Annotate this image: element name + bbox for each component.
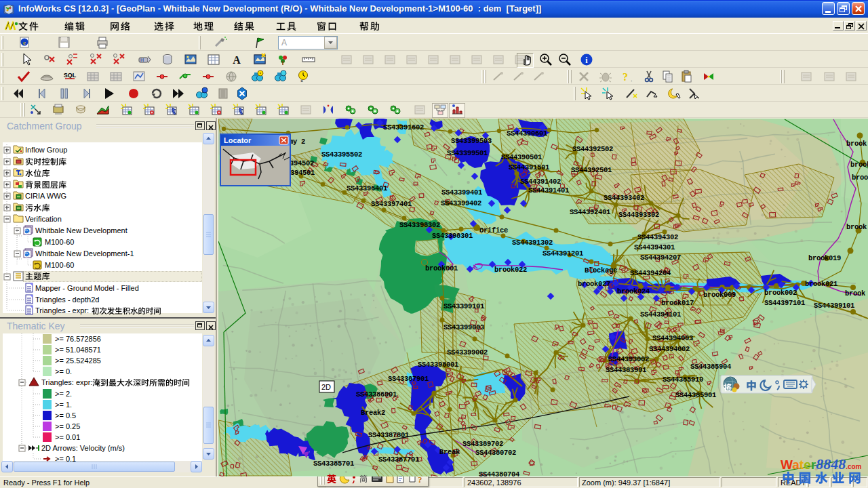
svg-text:SQL: SQL bbox=[64, 72, 77, 79]
svg-text:SS43386901: SS43386901 bbox=[356, 390, 397, 399]
svg-text:brook022: brook022 bbox=[494, 266, 527, 274]
svg-text:my 2: my 2 bbox=[289, 138, 305, 146]
svg-text:SS44391401: SS44391401 bbox=[528, 186, 569, 195]
svg-text:brook024: brook024 bbox=[617, 287, 650, 296]
svg-text:H: H bbox=[140, 58, 144, 62]
svg-text:SS43387801: SS43387801 bbox=[368, 431, 409, 439]
svg-text:SS44385910: SS44385910 bbox=[663, 375, 703, 384]
svg-text:SS44392401: SS44392401 bbox=[570, 208, 610, 216]
svg-text:brook: brook bbox=[846, 223, 867, 231]
svg-text:SS44393302: SS44393302 bbox=[618, 211, 659, 219]
svg-text:SS44390601: SS44390601 bbox=[507, 129, 547, 138]
svg-text:brook: brook bbox=[850, 161, 868, 169]
svg-text:SS44394101: SS44394101 bbox=[640, 310, 681, 319]
svg-text:A: A bbox=[233, 54, 241, 66]
svg-text:×: × bbox=[300, 79, 303, 83]
svg-text:Break2: Break2 bbox=[361, 409, 385, 417]
svg-text:SS43397401: SS43397401 bbox=[371, 200, 412, 208]
svg-text:brook002: brook002 bbox=[764, 289, 797, 297]
svg-text:SS44392502: SS44392502 bbox=[572, 145, 613, 153]
svg-text:394501: 394501 bbox=[290, 169, 315, 177]
svg-text:394502: 394502 bbox=[290, 159, 314, 167]
svg-text:SS44399101: SS44399101 bbox=[814, 302, 854, 310]
svg-text:SS44394002: SS44394002 bbox=[649, 345, 690, 353]
svg-text:SS43395502: SS43395502 bbox=[321, 150, 362, 159]
svg-text:SS43391602: SS43391602 bbox=[383, 123, 424, 131]
svg-text:SS43387701: SS43387701 bbox=[378, 455, 419, 464]
svg-text:SS44392501: SS44392501 bbox=[571, 166, 612, 174]
svg-text:SS43399501: SS43399501 bbox=[447, 149, 488, 157]
svg-text:SS43398001: SS43398001 bbox=[418, 361, 458, 369]
svg-text:SS43398302: SS43398302 bbox=[399, 221, 440, 229]
svg-text:SS44393002: SS44393002 bbox=[608, 355, 649, 363]
svg-text:SS43399003: SS43399003 bbox=[443, 323, 484, 331]
svg-text:SS44391402: SS44391402 bbox=[520, 178, 561, 186]
svg-text:SS44391201: SS44391201 bbox=[542, 249, 583, 258]
svg-text:SS44391302: SS44391302 bbox=[512, 239, 553, 247]
svg-text:brook009: brook009 bbox=[703, 291, 736, 299]
svg-text:?: ? bbox=[623, 71, 628, 83]
svg-text:broo: broo bbox=[852, 174, 868, 182]
svg-text:SS44393402: SS44393402 bbox=[604, 194, 644, 202]
svg-text:SS44394204: SS44394204 bbox=[630, 269, 671, 277]
svg-text:SS43396401: SS43396401 bbox=[347, 184, 387, 192]
svg-text:SS44380704: SS44380704 bbox=[479, 470, 519, 476]
svg-text:SS44385904: SS44385904 bbox=[690, 363, 731, 371]
svg-text:brook: brook bbox=[846, 140, 867, 148]
svg-text:SS44394302: SS44394302 bbox=[637, 233, 678, 241]
svg-text:SS43399401: SS43399401 bbox=[441, 188, 482, 197]
svg-text:e: e bbox=[23, 39, 26, 46]
svg-text:brook: brook bbox=[845, 289, 865, 298]
svg-text:SS44380702: SS44380702 bbox=[475, 449, 516, 457]
svg-text:brook001: brook001 bbox=[425, 264, 458, 272]
svg-text:SS43389702: SS43389702 bbox=[462, 440, 503, 448]
svg-text:SS43398301: SS43398301 bbox=[432, 232, 473, 240]
svg-text:SS44391501: SS44391501 bbox=[509, 163, 549, 171]
svg-text:SS44390501: SS44390501 bbox=[501, 153, 542, 161]
svg-text:brook021: brook021 bbox=[805, 280, 837, 288]
svg-text:SS44397101: SS44397101 bbox=[764, 299, 805, 307]
svg-text:Blockage: Blockage bbox=[585, 266, 617, 274]
svg-text:Locator: Locator bbox=[224, 136, 252, 144]
svg-text:SS44394003: SS44394003 bbox=[652, 334, 693, 342]
svg-text:SS43399503: SS43399503 bbox=[451, 137, 492, 145]
svg-text:brook017: brook017 bbox=[661, 299, 694, 307]
svg-text:SS43387901: SS43387901 bbox=[388, 375, 429, 383]
svg-text:.: . bbox=[631, 76, 633, 83]
svg-text:SS43399002: SS43399002 bbox=[447, 348, 488, 357]
svg-text:SS43399402: SS43399402 bbox=[441, 199, 481, 207]
svg-text:brook027: brook027 bbox=[578, 280, 610, 288]
svg-text:SS44383901: SS44383901 bbox=[606, 366, 646, 374]
svg-text:SS44394301: SS44394301 bbox=[634, 243, 675, 251]
svg-text:SS43399101: SS43399101 bbox=[443, 302, 484, 310]
svg-text:SS44385901: SS44385901 bbox=[675, 391, 716, 399]
svg-text:SS44394207: SS44394207 bbox=[640, 253, 681, 262]
svg-text:Orifice: Orifice bbox=[479, 226, 508, 235]
svg-text:SS43385701: SS43385701 bbox=[313, 460, 354, 468]
svg-text:Break: Break bbox=[439, 448, 460, 456]
svg-text:2D: 2D bbox=[321, 383, 331, 391]
svg-text:brook019: brook019 bbox=[808, 254, 841, 262]
